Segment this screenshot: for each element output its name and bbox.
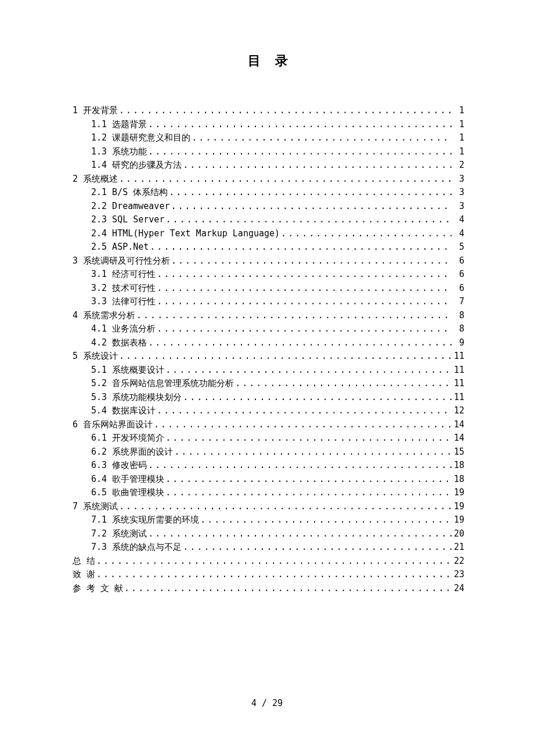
toc-leader-dots: ........................................… (96, 567, 452, 581)
toc-leader-dots: ........................................… (136, 308, 452, 322)
toc-entry: 6.1 开发环境简介..............................… (73, 431, 464, 445)
toc-leader-dots: ........................................… (192, 131, 452, 145)
toc-entry-label: 7.2 系统测试 (91, 527, 147, 541)
toc-leader-dots: ........................................… (281, 226, 452, 240)
toc-leader-dots: ........................................… (171, 199, 452, 213)
toc-entry-label: 5.4 数据库设计 (91, 404, 156, 417)
toc-entry: 5.4 数据库设计...............................… (73, 404, 464, 417)
toc-entry-label: 3.2 技术可行性 (91, 281, 156, 295)
toc-entry-page: 1 (453, 117, 464, 131)
toc-entry-label: 2.2 Dreamweaver (91, 199, 169, 213)
toc-entry-label: 5 系统设计 (73, 349, 118, 363)
toc-entry: 7.1 系统实现所需要的环境..........................… (73, 513, 464, 527)
toc-entry: 7.3 系统的缺点与不足............................… (73, 540, 464, 554)
toc-entry: 1.1 选题背景................................… (73, 117, 464, 131)
toc-entry-label: 3.1 经济可行性 (91, 267, 156, 281)
toc-entry-label: 7 系统测试 (73, 499, 118, 513)
toc-entry-label: 2 系统概述 (73, 172, 118, 186)
toc-entry-label: 1.3 系统功能 (91, 145, 147, 159)
toc-entry: 3.1 经济可行性...............................… (73, 267, 464, 281)
toc-entry: 3.3 法律可行性...............................… (73, 294, 464, 308)
toc-entry: 7 系统测试..................................… (73, 499, 464, 513)
toc-entry-label: 6.2 系统界面的设计 (91, 445, 173, 459)
toc-entry-page: 1 (453, 103, 464, 117)
toc-leader-dots: ........................................… (124, 581, 452, 595)
toc-entry-label: 2.4 HTML(Hyper Text Markup Language) (91, 226, 280, 240)
toc-entry-label: 5.1 系统概要设计 (91, 363, 164, 377)
toc-leader-dots: ........................................… (165, 472, 452, 486)
toc-entry-page: 11 (453, 376, 464, 390)
toc-leader-dots: ........................................… (148, 145, 452, 159)
toc-entry-page: 1 (453, 145, 464, 159)
toc-entry-label: 7.1 系统实现所需要的环境 (91, 513, 199, 527)
toc-entry-page: 19 (453, 499, 464, 513)
toc-entry-page: 21 (453, 540, 464, 554)
toc-leader-dots: ........................................… (165, 485, 452, 499)
toc-leader-dots: ........................................… (157, 404, 452, 417)
toc-leader-dots: ........................................… (165, 363, 452, 377)
toc-leader-dots: ........................................… (171, 254, 452, 268)
toc-entry-label: 1 开发背景 (73, 103, 118, 117)
toc-leader-dots: ........................................… (157, 281, 452, 295)
toc-entry-label: 6 音乐网站界面设计 (73, 417, 153, 431)
toc-entry: 2.1 B/S 体系结构............................… (73, 185, 464, 199)
toc-leader-dots: ........................................… (174, 445, 452, 459)
toc-entry: 6.2 系统界面的设计.............................… (73, 445, 464, 459)
toc-entry: 4 系统需求分析................................… (73, 308, 464, 322)
toc-entry-page: 6 (453, 267, 464, 281)
toc-entry-page: 2 (453, 158, 464, 172)
toc-leader-dots: ........................................… (148, 458, 452, 472)
toc-entry: 5 系统设计..................................… (73, 349, 464, 363)
toc-leader-dots: ........................................… (165, 213, 452, 226)
toc-entry-label: 6.1 开发环境简介 (91, 431, 164, 445)
toc-leader-dots: ........................................… (119, 499, 452, 513)
toc-entry-label: 1.4 研究的步骤及方法 (91, 158, 182, 172)
toc-entry: 3.2 技术可行性...............................… (73, 281, 464, 295)
toc-leader-dots: ........................................… (148, 117, 452, 131)
toc-entry: 6 音乐网站界面设计..............................… (73, 417, 464, 431)
toc-entry: 1.4 研究的步骤及方法............................… (73, 158, 464, 172)
toc-entry-page: 3 (453, 199, 464, 213)
toc-entry-label: 6.4 歌手管理模块 (91, 472, 164, 486)
toc-entry-page: 15 (453, 445, 464, 459)
page-footer: 4 / 29 (0, 698, 534, 708)
toc-leader-dots: ........................................… (183, 540, 452, 554)
toc-entry: 7.2 系统测试................................… (73, 527, 464, 541)
toc-entry-page: 19 (453, 485, 464, 499)
toc-entry: 2.4 HTML(Hyper Text Markup Language)....… (73, 226, 464, 240)
toc-entry: 2.3 SQL Server..........................… (73, 213, 464, 226)
toc-entry-label: 参 考 文 献 (73, 581, 123, 595)
toc-entry-label: 4.1 业务流分析 (91, 322, 156, 336)
toc-entry-label: 2.1 B/S 体系结构 (91, 185, 168, 199)
toc-entry-page: 9 (453, 336, 464, 350)
toc-entry-page: 6 (453, 281, 464, 295)
toc-entry-page: 7 (453, 294, 464, 308)
toc-entry-page: 4 (453, 226, 464, 240)
toc-entry: 2.5 ASP.Net.............................… (73, 240, 464, 254)
toc-entry-page: 11 (453, 363, 464, 377)
toc-entry-page: 4 (453, 213, 464, 226)
toc-leader-dots: ........................................… (119, 349, 452, 363)
toc-entry-page: 5 (453, 240, 464, 254)
toc-entry-page: 23 (453, 567, 464, 581)
toc-entry: 4.1 业务流分析...............................… (73, 322, 464, 336)
toc-entry: 5.1 系统概要设计..............................… (73, 363, 464, 377)
toc-entry-page: 3 (453, 185, 464, 199)
toc-leader-dots: ........................................… (157, 294, 452, 308)
toc-entry: 4.2 数据表格................................… (73, 336, 464, 350)
toc-entry: 1.3 系统功能................................… (73, 145, 464, 159)
toc-entry: 6.5 歌曲管理模块..............................… (73, 485, 464, 499)
toc-leader-dots: ........................................… (148, 527, 452, 541)
toc-entry-page: 22 (453, 554, 464, 568)
toc-leader-dots: ........................................… (96, 554, 452, 568)
toc-entry: 6.4 歌手管理模块..............................… (73, 472, 464, 486)
toc-entry: 总 结.....................................… (73, 554, 464, 568)
toc-leader-dots: ........................................… (157, 267, 452, 281)
toc-entry-label: 2.5 ASP.Net (91, 240, 149, 254)
toc-leader-dots: ........................................… (154, 417, 452, 431)
toc-entry-label: 3 系统调研及可行性分析 (73, 254, 170, 268)
toc-entry-page: 11 (453, 390, 464, 404)
toc-entry: 参 考 文 献.................................… (73, 581, 464, 595)
toc-entry-label: 7.3 系统的缺点与不足 (91, 540, 182, 554)
toc-entry-label: 4 系统需求分析 (73, 308, 135, 322)
